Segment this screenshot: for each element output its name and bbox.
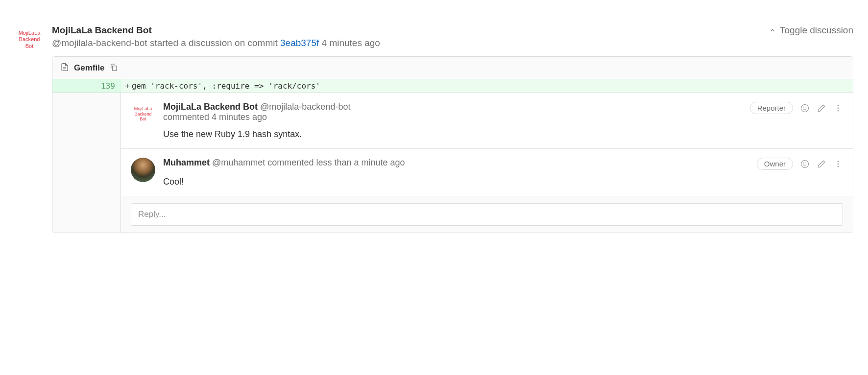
discussion-action-text: started a discussion on commit <box>150 38 278 48</box>
note-actions: Reporter <box>750 102 843 114</box>
smiley-icon <box>800 104 809 113</box>
top-divider <box>15 10 853 10</box>
note-author-avatar[interactable] <box>131 158 155 182</box>
file-icon <box>60 63 69 73</box>
pencil-icon <box>817 160 826 168</box>
diff-prefix: + <box>125 81 130 91</box>
copy-path-button[interactable] <box>109 63 118 73</box>
smiley-icon <box>800 160 809 168</box>
note-meta: Muhammet @muhammet commented less than a… <box>163 158 405 168</box>
role-badge: Owner <box>757 158 793 170</box>
notes-list: MojiLaLa Backend Bot MojiLaLa Backend Bo… <box>121 93 853 233</box>
emoji-button[interactable] <box>800 103 810 113</box>
discussion-author-handle[interactable]: @mojilala-backend-bot <box>52 38 147 48</box>
discussion-meta: @mojilala-backend-bot started a discussi… <box>52 38 380 48</box>
role-badge: Reporter <box>750 102 793 114</box>
discussion-thread: MojiLaLa Backend Bot MojiLaLa Backend Bo… <box>15 25 853 233</box>
file-name[interactable]: Gemfile <box>74 63 104 73</box>
toggle-discussion-label: Toggle discussion <box>780 25 853 36</box>
note-text: Use the new Ruby 1.9 hash syntax. <box>163 129 843 140</box>
note-author-handle[interactable]: @muhammet <box>212 158 265 167</box>
note-meta: MojiLaLa Backend Bot @mojilala-backend-b… <box>163 102 350 122</box>
reply-input[interactable] <box>131 203 843 226</box>
note-action: commented <box>267 158 313 167</box>
edit-button[interactable] <box>817 103 826 113</box>
pencil-icon <box>817 104 826 113</box>
svg-point-10 <box>803 163 804 163</box>
svg-point-4 <box>803 107 804 107</box>
svg-point-6 <box>838 105 839 106</box>
discussion-author-avatar[interactable]: MojiLaLa Backend Bot <box>15 25 44 54</box>
bottom-divider <box>15 248 853 248</box>
diff-gutter-old <box>52 79 89 93</box>
discussion-header-left: MojiLaLa Backend Bot @mojilala-backend-b… <box>52 25 380 48</box>
svg-point-12 <box>838 161 839 162</box>
note-action: commented <box>163 112 209 122</box>
chevron-up-icon <box>769 27 776 34</box>
diff-line-number: 139 <box>89 79 121 93</box>
note-author-avatar[interactable]: MojiLaLa Backend Bot <box>131 102 155 126</box>
commit-link[interactable]: 3eab375f <box>280 38 319 48</box>
diff-card: Gemfile 139 +gem 'rack-cors', :require =… <box>52 56 853 233</box>
more-actions-button[interactable] <box>833 159 843 169</box>
svg-rect-2 <box>113 66 117 71</box>
diff-line-content: +gem 'rack-cors', :require => 'rack/cors… <box>121 79 853 93</box>
note-actions: Owner <box>757 158 843 170</box>
note-header: MojiLaLa Backend Bot @mojilala-backend-b… <box>163 102 843 122</box>
note-body: Muhammet @muhammet commented less than a… <box>163 158 843 187</box>
edit-button[interactable] <box>817 159 826 169</box>
diff-line: 139 +gem 'rack-cors', :require => 'rack/… <box>52 79 853 93</box>
svg-point-14 <box>838 165 839 167</box>
avatar-text: MojiLaLa Backend Bot <box>15 30 44 49</box>
discussion-author-name[interactable]: MojiLaLa Backend Bot <box>52 25 380 36</box>
diff-code: gem 'rack-cors', :require => 'rack/cors' <box>132 81 320 91</box>
file-header: Gemfile <box>52 57 853 79</box>
notes-wrapper: MojiLaLa Backend Bot MojiLaLa Backend Bo… <box>52 93 853 233</box>
avatar-photo <box>131 158 155 182</box>
svg-point-11 <box>806 163 806 163</box>
svg-point-5 <box>806 107 806 107</box>
note-item: Muhammet @muhammet commented less than a… <box>121 149 853 196</box>
svg-point-13 <box>838 163 839 164</box>
note-timestamp: 4 minutes ago <box>212 112 267 122</box>
discussion-timestamp: 4 minutes ago <box>322 38 380 48</box>
notes-gutter <box>52 93 121 233</box>
note-body: MojiLaLa Backend Bot @mojilala-backend-b… <box>163 102 843 140</box>
svg-point-9 <box>801 160 809 167</box>
note-author-name[interactable]: MojiLaLa Backend Bot <box>163 102 258 112</box>
discussion-header: MojiLaLa Backend Bot @mojilala-backend-b… <box>52 25 853 48</box>
note-item: MojiLaLa Backend Bot MojiLaLa Backend Bo… <box>121 93 853 149</box>
more-actions-button[interactable] <box>833 103 843 113</box>
note-text: Cool! <box>163 177 843 187</box>
svg-point-3 <box>801 104 809 112</box>
toggle-discussion-button[interactable]: Toggle discussion <box>769 25 853 36</box>
note-author-name[interactable]: Muhammet <box>163 158 210 167</box>
discussion-main: MojiLaLa Backend Bot @mojilala-backend-b… <box>52 25 853 233</box>
svg-point-7 <box>838 107 839 109</box>
note-author-handle[interactable]: @mojilala-backend-bot <box>260 102 350 112</box>
emoji-button[interactable] <box>800 159 810 169</box>
note-timestamp: less than a minute ago <box>316 158 405 167</box>
svg-point-8 <box>838 110 839 111</box>
avatar-text: MojiLaLa Backend Bot <box>131 106 155 122</box>
note-header: Muhammet @muhammet commented less than a… <box>163 158 843 170</box>
reply-area <box>121 196 853 233</box>
kebab-icon <box>834 104 843 113</box>
kebab-icon <box>834 160 843 168</box>
